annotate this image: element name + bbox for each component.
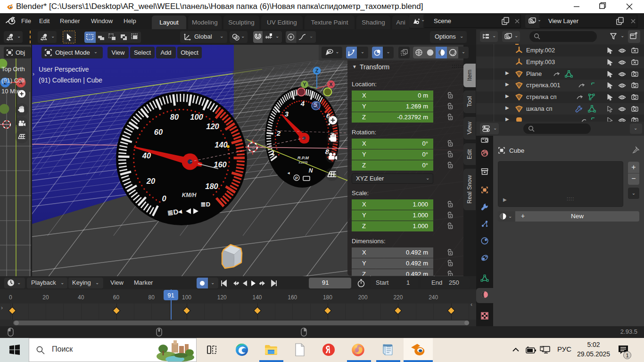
svg-text:4: 4 xyxy=(300,99,305,107)
svg-text:60: 60 xyxy=(154,128,163,136)
svg-text:X: X xyxy=(329,82,333,87)
svg-text:2: 2 xyxy=(276,129,281,137)
svg-text:0: 0 xyxy=(162,194,166,203)
svg-text:Y: Y xyxy=(303,82,306,87)
svg-text:10 Mter: 10 Mter xyxy=(1,88,23,95)
svg-text:(91) Collection | Cube: (91) Collection | Cube xyxy=(39,76,102,84)
svg-text:◂: ◂ xyxy=(287,170,289,175)
svg-text:120: 120 xyxy=(206,122,219,131)
svg-text:›: › xyxy=(33,71,34,77)
svg-text:(91) Coll: (91) Coll xyxy=(1,77,25,84)
svg-text:P: P xyxy=(295,176,298,181)
svg-text:3: 3 xyxy=(285,110,289,118)
svg-text:20: 20 xyxy=(146,177,156,185)
svg-text:Top Orth: Top Orth xyxy=(1,66,25,73)
svg-text:N: N xyxy=(309,167,313,174)
svg-text:160: 160 xyxy=(214,160,227,169)
svg-text:≣D: ≣D xyxy=(201,201,210,208)
svg-text:140: 140 xyxy=(215,140,228,149)
svg-text:100: 100 xyxy=(190,113,203,121)
svg-text:80: 80 xyxy=(170,113,179,121)
svg-text:KM/H: KM/H xyxy=(182,192,197,198)
svg-text:Z: Z xyxy=(315,68,319,74)
svg-text:User Perspective: User Perspective xyxy=(39,66,89,73)
svg-text:180: 180 xyxy=(205,182,218,190)
svg-text:R.P.M: R.P.M xyxy=(297,156,309,160)
